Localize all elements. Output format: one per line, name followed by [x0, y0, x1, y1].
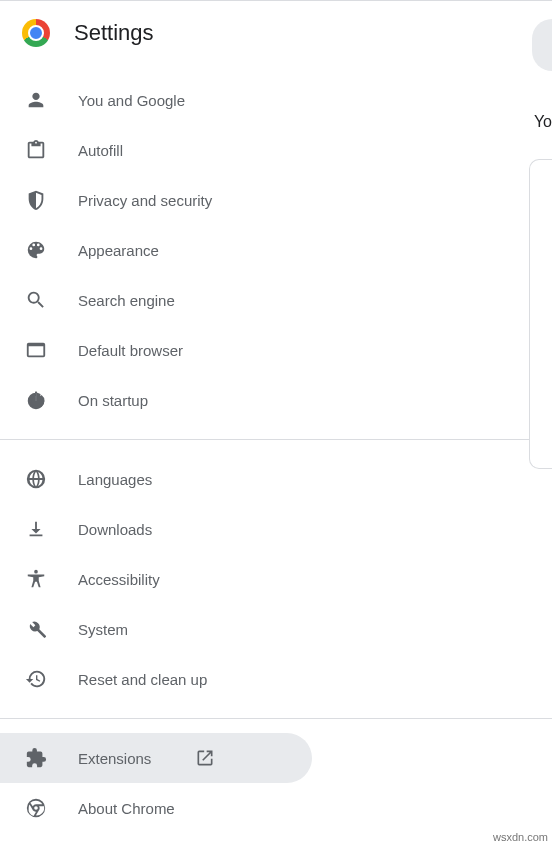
shield-icon — [24, 188, 48, 212]
sidebar-item-label: Reset and clean up — [78, 671, 207, 688]
sidebar-item-default-browser[interactable]: Default browser — [0, 325, 312, 375]
sidebar-item-about-chrome[interactable]: About Chrome — [0, 783, 312, 833]
sidebar-item-system[interactable]: System — [0, 604, 312, 654]
window-icon — [24, 338, 48, 362]
content-peek-text: Yo — [534, 113, 552, 131]
sidebar-item-label: Extensions — [78, 750, 151, 767]
chrome-logo-icon — [22, 19, 50, 47]
palette-icon — [24, 238, 48, 262]
sidebar-item-label: You and Google — [78, 92, 185, 109]
sidebar-item-privacy-and-security[interactable]: Privacy and security — [0, 175, 312, 225]
sidebar-item-languages[interactable]: Languages — [0, 454, 312, 504]
sidebar-item-label: Downloads — [78, 521, 152, 538]
wrench-icon — [24, 617, 48, 641]
sidebar-item-label: On startup — [78, 392, 148, 409]
power-icon — [24, 388, 48, 412]
sidebar-item-reset-and-clean-up[interactable]: Reset and clean up — [0, 654, 312, 704]
sidebar-item-label: System — [78, 621, 128, 638]
chrome-outline-icon — [24, 796, 48, 820]
sidebar-item-search-engine[interactable]: Search engine — [0, 275, 312, 325]
person-icon — [24, 88, 48, 112]
search-icon — [24, 288, 48, 312]
sidebar-divider — [0, 718, 552, 719]
sidebar-item-you-and-google[interactable]: You and Google — [0, 75, 312, 125]
sidebar-item-appearance[interactable]: Appearance — [0, 225, 312, 275]
sidebar-item-accessibility[interactable]: Accessibility — [0, 554, 312, 604]
watermark: wsxdn.com — [493, 831, 548, 843]
clipboard-icon — [24, 138, 48, 162]
sidebar-item-label: Accessibility — [78, 571, 160, 588]
sidebar-item-label: About Chrome — [78, 800, 175, 817]
restore-icon — [24, 667, 48, 691]
sidebar-item-autofill[interactable]: Autofill — [0, 125, 312, 175]
sidebar-item-downloads[interactable]: Downloads — [0, 504, 312, 554]
accessibility-icon — [24, 567, 48, 591]
content-card-peek — [529, 159, 552, 469]
sidebar-item-label: Languages — [78, 471, 152, 488]
sidebar-item-label: Search engine — [78, 292, 175, 309]
open-in-new-icon — [195, 748, 215, 768]
settings-sidebar: You and Google Autofill Privacy and secu… — [0, 65, 552, 833]
page-title: Settings — [74, 20, 154, 46]
globe-icon — [24, 467, 48, 491]
settings-header: Settings — [0, 1, 552, 65]
sidebar-item-on-startup[interactable]: On startup — [0, 375, 312, 425]
sidebar-item-label: Default browser — [78, 342, 183, 359]
puzzle-icon — [24, 746, 48, 770]
sidebar-item-label: Autofill — [78, 142, 123, 159]
download-icon — [24, 517, 48, 541]
sidebar-item-label: Appearance — [78, 242, 159, 259]
sidebar-item-label: Privacy and security — [78, 192, 212, 209]
sidebar-divider — [0, 439, 552, 440]
sidebar-item-extensions[interactable]: Extensions — [0, 733, 312, 783]
